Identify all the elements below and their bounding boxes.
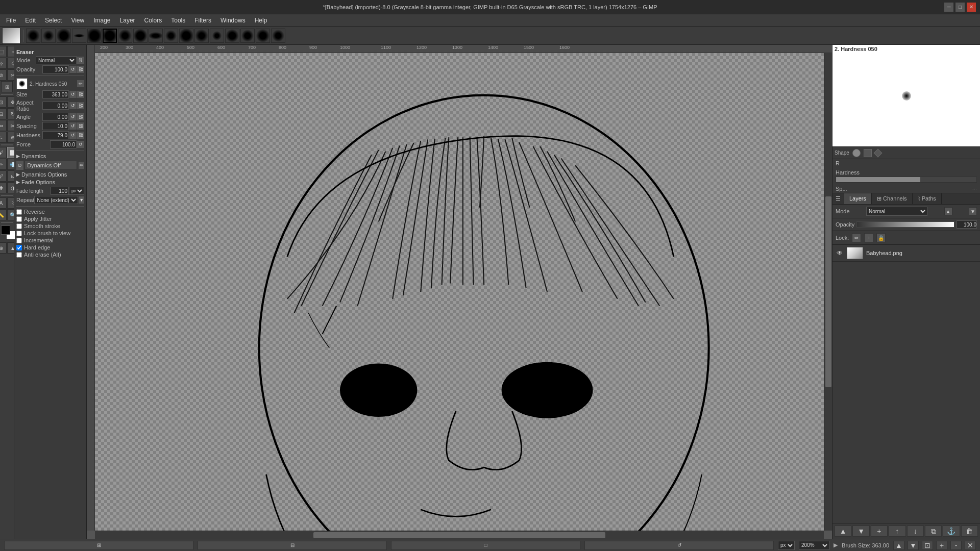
brush-preset-4[interactable] xyxy=(72,29,86,43)
repeat-arrow[interactable]: ▼ xyxy=(79,196,84,204)
layers-nav-up-btn[interactable]: ▲ xyxy=(835,525,851,537)
dynamics-options-header[interactable]: ▶ Dynamics Options xyxy=(16,171,84,178)
tool-ink[interactable]: 🖊 xyxy=(0,170,7,182)
layer-visibility-eye[interactable]: 👁 xyxy=(836,249,844,257)
status-zoom-select[interactable]: 200% xyxy=(799,541,829,550)
status-unit-select[interactable]: px xyxy=(778,541,795,550)
tool-free-select[interactable]: ⊹ xyxy=(0,58,7,69)
dynamics-edit[interactable]: ✏ xyxy=(79,162,84,169)
brush-preset-11[interactable] xyxy=(179,29,193,43)
layer-item-babyhead[interactable]: 👁 Babyhead.png xyxy=(832,245,980,262)
close-button[interactable]: ✕ xyxy=(967,3,976,12)
angle-reset[interactable]: ↺ xyxy=(69,113,77,120)
brush-preset-17[interactable] xyxy=(271,29,285,43)
menu-layer[interactable]: Layer xyxy=(116,16,139,25)
brush-preset-2[interactable] xyxy=(41,29,56,43)
tool-foreground-select[interactable]: ⊞ xyxy=(1,81,13,92)
window-controls[interactable]: ─ □ ✕ xyxy=(944,3,976,12)
brush-preset-13[interactable] xyxy=(210,29,224,43)
menu-tools[interactable]: Tools xyxy=(167,16,189,25)
dynamics-select-btn[interactable]: Dynamics Off xyxy=(24,161,77,170)
hardness-slider-track[interactable] xyxy=(836,177,977,183)
menu-windows[interactable]: Windows xyxy=(216,16,250,25)
brush-preset-15[interactable] xyxy=(240,29,255,43)
status-shrink-btn[interactable]: ⊟ xyxy=(198,541,387,550)
reverse-checkbox[interactable] xyxy=(16,209,22,215)
incremental-checkbox[interactable] xyxy=(16,238,22,243)
dynamics-section-header[interactable]: ▶ Dynamics xyxy=(16,153,84,159)
tool-select-by-color[interactable]: ⊘ xyxy=(0,69,7,81)
tool-text[interactable]: A xyxy=(0,197,7,209)
menu-filters[interactable]: Filters xyxy=(190,16,215,25)
tab-channels[interactable]: ⊞ Channels xyxy=(872,193,913,204)
force-reset[interactable]: ↺ xyxy=(77,141,84,148)
tool-flip[interactable]: ⇔ xyxy=(0,120,7,131)
lock-all-btn[interactable]: 🔒 xyxy=(876,233,886,242)
canvas-container[interactable] xyxy=(95,53,824,531)
menu-colors[interactable]: Colors xyxy=(140,16,166,25)
tab-layers[interactable]: Layers xyxy=(844,193,872,204)
brush-preset-9[interactable] xyxy=(149,29,163,43)
menu-image[interactable]: Image xyxy=(89,16,114,25)
size-chain[interactable]: ⛓ xyxy=(77,91,84,98)
smooth-stroke-checkbox[interactable] xyxy=(16,223,22,229)
layers-lower-btn[interactable]: ↓ xyxy=(907,525,924,537)
spacing-chain[interactable]: ⛓ xyxy=(77,122,84,130)
foreground-color[interactable] xyxy=(1,226,10,235)
brush-preset-8[interactable] xyxy=(133,29,148,43)
angle-input[interactable]: 0.00 xyxy=(42,113,69,121)
horizontal-scrollbar-thumb[interactable] xyxy=(313,532,605,538)
brush-preset-12[interactable] xyxy=(194,29,209,43)
brush-preset-1[interactable] xyxy=(26,29,40,43)
brush-preset-7[interactable] xyxy=(118,29,132,43)
repeat-select[interactable]: None (extend) xyxy=(34,196,78,204)
menu-help[interactable]: Help xyxy=(251,16,272,25)
fade-unit-select[interactable]: px xyxy=(69,187,84,195)
menu-file[interactable]: File xyxy=(2,16,20,25)
angle-chain[interactable]: ⛓ xyxy=(77,113,84,120)
layers-opacity-input[interactable]: 100.0 xyxy=(957,220,977,229)
menu-edit[interactable]: Edit xyxy=(21,16,40,25)
lock-add-btn[interactable]: + xyxy=(864,233,873,242)
spacing-input[interactable]: 10.0 xyxy=(42,122,69,130)
tool-pencil[interactable]: ✏ xyxy=(0,159,7,170)
mode-arrows[interactable]: ⇅ xyxy=(77,57,84,64)
maximize-button[interactable]: □ xyxy=(955,3,965,12)
tool-heal[interactable]: ✚ xyxy=(0,182,7,193)
tab-paths[interactable]: ⌇ Paths xyxy=(913,193,942,204)
layers-duplicate-btn[interactable]: ⧉ xyxy=(925,525,942,537)
opacity-reset[interactable]: ↺ xyxy=(69,66,77,73)
hardness-chain[interactable]: ⛓ xyxy=(77,132,84,139)
tool-crop[interactable]: ⊟ xyxy=(0,108,7,119)
tool-align[interactable]: ⊡ xyxy=(0,96,7,108)
layers-mode-up[interactable]: ▲ xyxy=(944,207,952,215)
size-reset[interactable]: ↺ xyxy=(69,91,77,98)
brush-edit[interactable]: ✏ xyxy=(77,80,84,87)
vertical-scrollbar-thumb[interactable] xyxy=(825,196,831,387)
brush-preset-14[interactable] xyxy=(225,29,239,43)
status-nav-up[interactable]: ▲ xyxy=(893,541,904,550)
shape-diamond-btn[interactable] xyxy=(873,148,882,157)
brush-preset-10[interactable] xyxy=(164,29,178,43)
brush-preset-5[interactable] xyxy=(87,29,102,43)
tool-warp[interactable]: ≈ xyxy=(0,132,7,143)
shape-circle-btn[interactable] xyxy=(852,149,861,157)
aspect-ratio-chain[interactable]: ⛓ xyxy=(77,102,84,109)
layers-nav-down-btn[interactable]: ▼ xyxy=(852,525,869,537)
tool-rect-select[interactable]: ⬚ xyxy=(0,46,7,57)
layers-tab-icon[interactable]: ☰ xyxy=(832,193,844,204)
status-fill-btn[interactable]: □ xyxy=(391,541,580,550)
brush-preview-small[interactable] xyxy=(16,78,28,89)
status-zoom-in[interactable]: + xyxy=(936,541,947,550)
status-close[interactable]: ✕ xyxy=(965,541,976,550)
status-nav-down[interactable]: ▼ xyxy=(908,541,919,550)
brush-preset-16[interactable] xyxy=(256,29,270,43)
foreground-background-colors[interactable] xyxy=(1,226,15,240)
lock-brush-checkbox[interactable] xyxy=(16,231,22,236)
layers-anchor-btn[interactable]: ⚓ xyxy=(943,525,960,537)
tool-color-picker[interactable]: ⊕ xyxy=(0,242,7,254)
canvas-area[interactable]: 200 300 400 500 600 700 800 900 1000 110… xyxy=(87,45,832,539)
layers-raise-btn[interactable]: ↑ xyxy=(889,525,905,537)
aspect-ratio-input[interactable]: 0.00 xyxy=(42,102,69,110)
hard-edge-checkbox[interactable] xyxy=(16,245,22,251)
